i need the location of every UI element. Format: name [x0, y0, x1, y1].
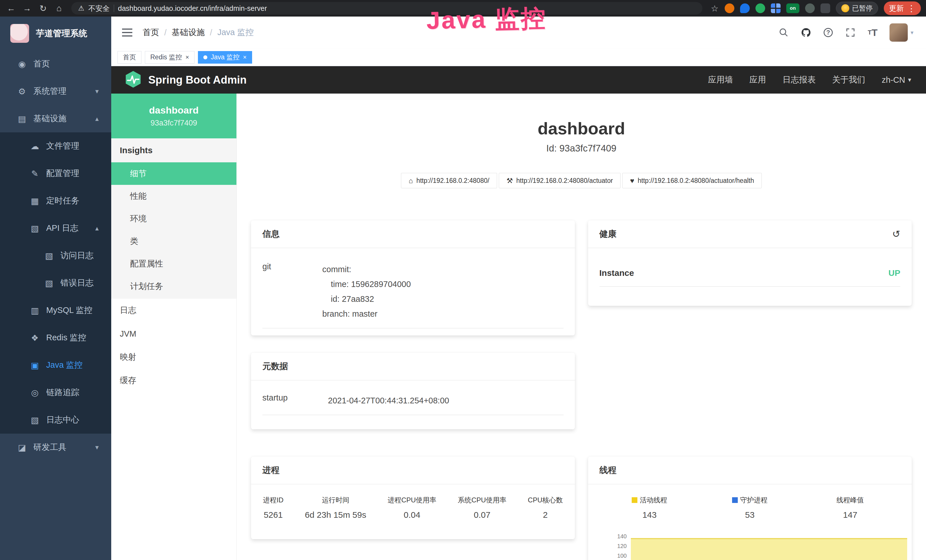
sidebar-item-java-monitor[interactable]: ▣ Java 监控 [0, 351, 111, 379]
sidebar-item-error-logs[interactable]: ▧ 错误日志 [0, 269, 111, 297]
browser-home-button[interactable]: ⌂ [53, 3, 65, 13]
history-icon[interactable]: ↺ [892, 229, 900, 239]
infrastructure-icon: ▤ [16, 114, 28, 124]
address-bar[interactable]: ⚠ 不安全 dashboard.yudao.iocoder.cn/infra/a… [71, 2, 702, 15]
sba-locale-select[interactable]: zh-CN ▾ [882, 75, 911, 85]
instance-home-link[interactable]: ⌂ http://192.168.0.2:48080/ [401, 173, 497, 188]
user-menu[interactable]: ▾ [890, 23, 914, 42]
home-icon: ⌂ [409, 177, 413, 185]
close-icon[interactable]: × [185, 54, 189, 61]
breadcrumb-home[interactable]: 首页 [142, 27, 159, 38]
extension-icon-green[interactable] [755, 3, 765, 13]
extension-icon-orange[interactable] [725, 3, 734, 13]
sidebar-item-config-manage[interactable]: ✎ 配置管理 [0, 160, 111, 187]
instance-links: ⌂ http://192.168.0.2:48080/ ⚒ http://192… [237, 173, 926, 188]
font-size-icon[interactable]: TT [867, 27, 878, 38]
sba-item-config-props[interactable]: 配置属性 [111, 253, 236, 275]
search-icon[interactable] [778, 27, 789, 38]
extension-icon-drop[interactable] [740, 3, 750, 13]
browser-forward-button[interactable]: → [21, 3, 33, 13]
sba-item-mappings[interactable]: 映射 [111, 345, 236, 369]
sidebar-item-tracing[interactable]: ◎ 链路追踪 [0, 379, 111, 406]
sba-instance-header[interactable]: dashboard 93a3fc7f7409 [111, 94, 236, 138]
sidebar-item-log-center[interactable]: ▧ 日志中心 [0, 406, 111, 434]
bookmark-star-icon[interactable]: ☆ [709, 3, 721, 14]
kebab-menu-icon[interactable]: ⋮ [907, 3, 916, 14]
health-instance-row: Instance UP [599, 268, 900, 287]
brand-title: 芋道管理系统 [36, 28, 87, 39]
sba-nav-applications[interactable]: 应用 [749, 74, 766, 86]
close-icon[interactable]: × [243, 54, 247, 61]
tag-java-monitor[interactable]: Java 监控 × [198, 51, 252, 64]
paused-label: 已暂停 [852, 4, 873, 13]
sba-brand-title[interactable]: Spring Boot Admin [148, 74, 247, 86]
sidebar-item-label: 定时任务 [46, 195, 79, 207]
browser-back-button[interactable]: ← [5, 3, 17, 13]
sba-item-details[interactable]: 细节 [111, 162, 236, 185]
sba-item-scheduled-tasks[interactable]: 计划任务 [111, 275, 236, 298]
warning-icon: ⚠ [78, 4, 85, 12]
sidebar-item-home[interactable]: ◉ 首页 [0, 50, 111, 77]
extension-icon-leaf[interactable] [805, 3, 815, 13]
browser-reload-button[interactable]: ↻ [37, 3, 49, 14]
threads-card: 线程 活动线程 143 守护进程 [588, 456, 912, 560]
legend-swatch-yellow [632, 497, 637, 503]
tag-redis-monitor[interactable]: Redis 监控 × [145, 51, 195, 64]
sidebar-item-label: Java 监控 [46, 359, 82, 371]
instance-actuator-link[interactable]: ⚒ http://192.168.0.2:48080/actuator [499, 173, 620, 188]
sidebar-item-dev-tools[interactable]: ◪ 研发工具 ▾ [0, 434, 111, 461]
legend-swatch-blue [732, 497, 738, 503]
legend-peak-threads: 线程峰值 147 [800, 496, 900, 520]
sba-nav-wall[interactable]: 应用墙 [708, 74, 733, 86]
sidebar-item-infrastructure[interactable]: ▤ 基础设施 ▴ [0, 105, 111, 132]
sba-nav-journal[interactable]: 日志报表 [782, 74, 816, 86]
browser-update-button[interactable]: 更新 ⋮ [884, 2, 921, 15]
sba-frame: Spring Boot Admin 应用墙 应用 日志报表 关于我们 zh-CN… [111, 66, 926, 560]
sidebar-item-file-manage[interactable]: ☁ 文件管理 [0, 132, 111, 160]
toolbox-icon: ◪ [16, 442, 28, 453]
sba-item-caches[interactable]: 缓存 [111, 369, 236, 392]
cards-right-column: 健康 ↺ Instance UP [588, 220, 912, 560]
sidebar-item-api-logs[interactable]: ▧ API 日志 ▴ [0, 215, 111, 242]
url-text: dashboard.yudao.iocoder.cn/infra/admin-s… [118, 4, 267, 12]
paused-badge[interactable]: 已暂停 [836, 2, 878, 15]
sba-item-jvm[interactable]: JVM [111, 322, 236, 345]
sba-item-environment[interactable]: 环境 [111, 207, 236, 230]
tag-home[interactable]: 首页 [118, 51, 141, 64]
github-icon[interactable] [800, 27, 811, 38]
log-icon: ▧ [43, 251, 55, 261]
sidebar-item-redis-monitor[interactable]: ❖ Redis 监控 [0, 324, 111, 351]
hamburger-icon[interactable] [121, 26, 133, 39]
breadcrumb-separator: / [210, 28, 212, 37]
sba-nav-about[interactable]: 关于我们 [832, 74, 865, 86]
sidebar-item-system-manage[interactable]: ⚙ 系统管理 ▾ [0, 77, 111, 105]
sidebar-item-scheduled-jobs[interactable]: ▦ 定时任务 [0, 187, 111, 215]
fullscreen-icon[interactable] [845, 27, 856, 38]
sba-item-logfile[interactable]: 日志 [111, 299, 236, 322]
extension-icon-grid[interactable] [771, 3, 781, 13]
extension-icon-on-badge[interactable]: on [786, 3, 799, 13]
security-label[interactable]: 不安全 [88, 4, 110, 13]
help-icon[interactable]: ? [823, 27, 834, 38]
smiley-icon [841, 4, 849, 12]
breadcrumb: 首页 / 基础设施 / Java 监控 [142, 27, 254, 38]
chart-plot-area [631, 533, 909, 560]
sidebar-item-access-logs[interactable]: ▧ 访问日志 [0, 242, 111, 269]
instance-health-link[interactable]: ♥ http://192.168.0.2:48080/actuator/heal… [622, 173, 762, 188]
process-metric: 系统CPU使用率 0.07 [454, 496, 510, 520]
breadcrumb-section[interactable]: 基础设施 [172, 27, 205, 38]
sba-item-classes[interactable]: 类 [111, 230, 236, 253]
cards-grid: 信息 git commit: time: 1596289704000 id: 2… [237, 220, 926, 560]
sba-logo-icon[interactable] [124, 70, 142, 89]
sidebar-item-mysql-monitor[interactable]: ▥ MySQL 监控 [0, 297, 111, 324]
brand-area[interactable]: 芋道管理系统 [0, 17, 111, 50]
extensions-puzzle-icon[interactable] [820, 3, 830, 13]
sba-group-insights[interactable]: Insights [111, 138, 236, 162]
sba-nav: 应用墙 应用 日志报表 关于我们 zh-CN ▾ [708, 74, 911, 86]
sba-insights-group: Insights 细节 性能 环境 类 配置属性 计划任务 [111, 138, 236, 299]
chevron-down-icon: ▾ [95, 87, 99, 95]
sidebar-menu: ◉ 首页 ⚙ 系统管理 ▾ ▤ 基础设施 ▴ ☁ 文件管理 [0, 50, 111, 461]
sba-item-metrics[interactable]: 性能 [111, 185, 236, 207]
cloud-icon: ☁ [29, 141, 41, 151]
chevron-up-icon: ▴ [95, 115, 99, 123]
